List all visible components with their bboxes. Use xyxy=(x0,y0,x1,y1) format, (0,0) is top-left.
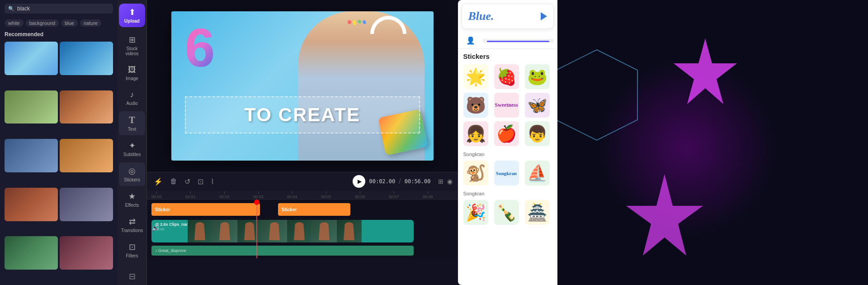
media-thumb-1[interactable] xyxy=(5,42,58,75)
ruler-mark-1: 00:01 xyxy=(185,191,196,199)
sticker-track-1[interactable]: Sticker xyxy=(151,203,260,216)
brand-card-container: Blue. xyxy=(458,0,557,33)
search-input[interactable] xyxy=(17,5,109,12)
stock-videos-label: Stock videos xyxy=(121,46,143,56)
stickers-icon: ◎ xyxy=(128,166,136,176)
recommended-label: Recommended xyxy=(0,29,118,40)
search-box[interactable]: 🔍 xyxy=(5,4,113,14)
split-tool-icon[interactable]: ⚡ xyxy=(152,176,164,187)
subtitles-label: Subtitles xyxy=(123,152,141,157)
timeline: 00:00 00:01 00:02 00:03 00:04 xyxy=(147,190,458,258)
sticker-item-3[interactable]: 🐸 xyxy=(525,64,550,89)
sticker-item-15[interactable]: 🏯 xyxy=(525,200,550,225)
sticker-item-8[interactable]: 🍎 xyxy=(494,121,519,146)
upload-label: Upload xyxy=(124,19,140,24)
tab-active[interactable] xyxy=(482,39,554,43)
sticker-item-1[interactable]: 🌟 xyxy=(463,64,488,89)
brand-arrow-icon xyxy=(541,12,547,20)
preview-text-banner[interactable]: TO CREATE xyxy=(185,96,420,133)
sidebar-item-transitions[interactable]: ⇄ Transitions xyxy=(119,213,145,237)
subtitles-icon: ✦ xyxy=(129,141,136,151)
sticker-item-2[interactable]: 🍓 xyxy=(494,64,519,89)
playhead[interactable] xyxy=(256,200,257,258)
video-preview: 6 TO CREATE xyxy=(147,0,458,172)
tag-nature[interactable]: nature xyxy=(80,19,101,27)
sticker-item-7[interactable]: 👧 xyxy=(463,121,488,146)
brand-card: Blue. xyxy=(462,4,554,29)
ruler-mark-5: 00:05 xyxy=(321,191,331,199)
sticker-item-5[interactable]: Sweetness xyxy=(494,93,519,118)
ruler-mark-0: 00:00 xyxy=(151,191,162,199)
tab-person[interactable]: 👤 xyxy=(462,34,480,47)
sticker-item-13[interactable]: 🎉 xyxy=(463,200,488,225)
stickers-title-area: Stickers xyxy=(458,49,557,62)
sidebar-item-image[interactable]: 🖼 Image xyxy=(119,62,145,85)
text-icon: T xyxy=(129,115,135,125)
fullscreen-icon[interactable]: ⊞ xyxy=(438,178,443,185)
loop-tool-icon[interactable]: ↺ xyxy=(183,176,192,187)
media-thumb-7[interactable] xyxy=(5,188,58,221)
sidebar-item-effects[interactable]: ★ Effects xyxy=(119,188,145,211)
video-track[interactable]: @ 2.6x Clips_name.mov 00:13 xyxy=(151,220,414,242)
active-tab-indicator xyxy=(487,41,549,42)
effects-label: Effects xyxy=(125,203,139,208)
play-button[interactable]: ▶ xyxy=(353,175,365,188)
audio-track-label: ♪ Great_disprove xyxy=(151,247,190,255)
tag-white[interactable]: white xyxy=(5,19,24,27)
media-thumb-8[interactable] xyxy=(60,188,113,221)
preview-confetti xyxy=(348,20,375,25)
media-thumb-4[interactable] xyxy=(60,90,113,124)
sticker-item-14[interactable]: 🍾 xyxy=(494,200,519,225)
ruler-mark-3: 00:03 xyxy=(253,191,264,199)
sticker-track-2[interactable]: Sticker xyxy=(278,203,350,216)
waveform-tool-icon[interactable]: ⌇ xyxy=(209,176,216,187)
upload-button[interactable]: ⬆ Upload xyxy=(119,4,145,27)
filmstrip-frame-5 xyxy=(287,220,312,242)
audio-icon: ♪ xyxy=(130,90,134,100)
timeline-tracks: 🔊 Sticker Sticker @ 2.6x Clips_name.mov … xyxy=(147,200,458,258)
sticker-item-9[interactable]: 👦 xyxy=(525,121,550,146)
transitions-label: Transitions xyxy=(121,228,143,233)
media-thumb-2[interactable] xyxy=(60,42,113,75)
sticker-label-5: Sweetness xyxy=(495,102,518,109)
right-stickers-panel: Blue. 👤 Stickers 🌟 🍓 🐸 🐻 Sw xyxy=(458,0,557,285)
sticker-item-12[interactable]: ⛵ xyxy=(525,161,550,185)
upload-icon: ⬆ xyxy=(129,7,136,17)
sticker-grid-3: 🎉 🍾 🏯 xyxy=(458,198,557,227)
sticker-item-10[interactable]: 🐒 xyxy=(463,161,488,185)
filmstrip-frame-1 xyxy=(188,220,212,242)
sidebar-bottom-icon[interactable]: ⊟ xyxy=(129,271,136,281)
sidebar-item-filters[interactable]: ⊡ Filters xyxy=(119,238,145,262)
sticker-item-11[interactable]: Songkran xyxy=(494,161,519,185)
filmstrip-frame-6 xyxy=(312,220,337,242)
sidebar-item-stickers[interactable]: ◎ Stickers xyxy=(119,162,145,186)
tag-blue[interactable]: blue xyxy=(61,19,78,27)
media-thumb-10[interactable] xyxy=(60,236,113,270)
ruler-mark-6: 00:06 xyxy=(355,191,365,199)
crop-tool-icon[interactable]: ⊡ xyxy=(196,176,205,187)
audio-track[interactable]: ♪ Great_disprove xyxy=(151,246,414,256)
tag-background[interactable]: background xyxy=(26,19,59,27)
audio-label: Audio xyxy=(126,101,138,106)
media-thumb-9[interactable] xyxy=(5,236,58,270)
media-thumb-3[interactable] xyxy=(5,90,58,124)
settings-timeline-icon[interactable]: ◉ xyxy=(447,178,453,185)
sidebar-item-stock-videos[interactable]: ⊞ Stock videos xyxy=(119,31,145,60)
preview-canvas[interactable]: 6 TO CREATE xyxy=(171,11,434,161)
ruler-mark-2: 00:02 xyxy=(219,191,230,199)
preview-text-content: TO CREATE xyxy=(244,104,360,125)
sidebar-item-subtitles[interactable]: ✦ Subtitles xyxy=(119,137,145,161)
media-thumb-6[interactable] xyxy=(60,139,113,172)
volume-icon[interactable]: 🔊 xyxy=(151,224,159,232)
time-separator: / xyxy=(399,177,401,185)
sticker-item-6[interactable]: 🦋 xyxy=(525,93,550,118)
search-icon: 🔍 xyxy=(8,6,14,12)
sticker-category-songkran-2: Songkran xyxy=(458,189,557,198)
sidebar-item-text[interactable]: T Text xyxy=(119,111,145,135)
delete-tool-icon[interactable]: 🗑 xyxy=(169,176,179,187)
media-thumb-5[interactable] xyxy=(5,139,58,172)
sidebar-item-audio[interactable]: ♪ Audio xyxy=(119,86,145,109)
sticker-item-4[interactable]: 🐻 xyxy=(463,93,488,118)
ruler-mark-7: 00:07 xyxy=(389,191,399,199)
timeline-ruler: 00:00 00:01 00:02 00:03 00:04 xyxy=(147,190,458,200)
